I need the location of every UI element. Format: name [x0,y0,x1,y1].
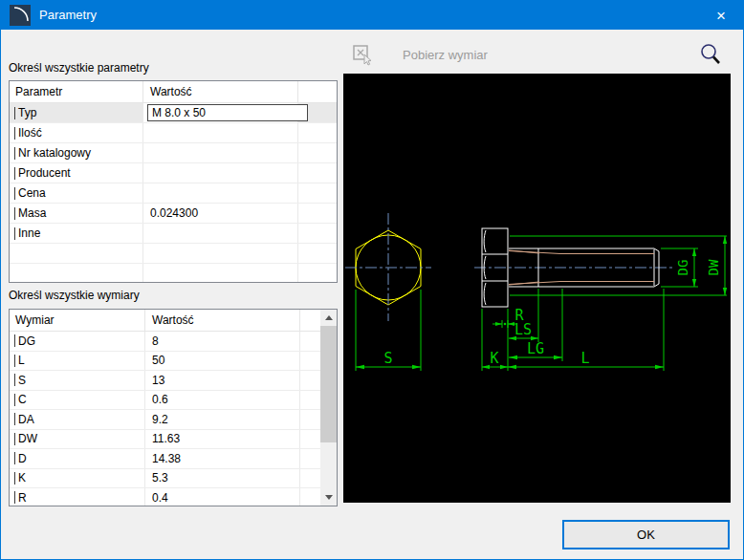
param-row-nr-katalogowy[interactable]: Nr katalogowy [10,143,337,163]
magnifier-icon [697,41,724,68]
pick-dimension-label: Pobierz wymiar [403,43,488,68]
dim-label-s[interactable]: S [383,350,392,367]
scrollbar-thumb[interactable] [320,326,337,442]
scroll-down-icon[interactable] [320,489,337,506]
centerlines [345,213,673,321]
empty-row [10,264,337,283]
dim-label-lg[interactable]: LG [527,340,544,357]
dim-row-s[interactable]: S 13 [10,371,320,391]
dimensions-table: Wymiar Wartość DG 8 L 50 S 13 C 0.6 [9,309,338,506]
dim-row-l[interactable]: L 50 [10,352,320,372]
titlebar: Parametry × [1,1,743,30]
param-row-typ[interactable]: Typ [10,103,337,123]
dimensions-table-header: Wymiar Wartość [10,310,320,332]
dimensions-scrollbar[interactable] [320,310,337,506]
dim-label-k[interactable]: K [490,350,498,367]
param-row-inne[interactable]: Inne [10,224,337,244]
param-row-masa[interactable]: Masa 0.024300 [10,204,337,224]
param-row-cena[interactable]: Cena [10,183,337,204]
empty-row [10,244,337,264]
parametry-dialog: Parametry × Pobierz wymiar Określ wszyst… [0,0,744,560]
zoom-button[interactable] [697,41,724,68]
close-icon: × [716,8,726,24]
typ-value-input[interactable] [147,104,308,121]
dim-row-d[interactable]: D 14.38 [10,449,320,469]
bolt-preview-canvas[interactable]: S K L LG LS R DG DW [343,74,731,503]
param-row-producent[interactable]: Producent [10,163,337,183]
ok-button[interactable]: OK [562,520,730,549]
close-button[interactable]: × [699,1,743,30]
dim-row-dg[interactable]: DG 8 [10,332,320,352]
dimensions-section-label: Określ wszystkie wymiary [9,289,140,304]
column-header-wymiar: Wymiar [10,310,145,331]
app-icon [10,5,31,26]
dim-label-r[interactable]: R [514,307,524,324]
column-header-parametr: Parametr [10,81,143,102]
window-title: Parametry [39,1,97,30]
parameters-table-header: Parametr Wartość [10,81,337,103]
dim-row-c[interactable]: C 0.6 [10,391,320,411]
scroll-up-icon[interactable] [320,310,337,326]
column-header-wartosc: Wartość [145,310,300,331]
dim-row-da[interactable]: DA 9.2 [10,410,320,430]
pick-dimension-icon [351,43,376,68]
dim-label-dw[interactable]: DW [706,259,721,275]
dim-label-dg[interactable]: DG [675,260,690,276]
param-row-ilosc[interactable]: Ilość [10,123,337,143]
dim-row-r[interactable]: R 0.4 [10,488,320,506]
column-header-wartosc: Wartość [143,81,298,102]
pick-dimension-button[interactable] [351,43,376,68]
dim-label-l[interactable]: L [580,350,589,367]
dim-row-k[interactable]: K 5.3 [10,469,320,489]
parameters-table: Parametr Wartość Typ Ilość Nr katalogowy [9,80,338,283]
parameters-section-label: Określ wszystkie parametry [9,61,149,76]
dim-row-dw[interactable]: DW 11.63 [10,430,320,450]
